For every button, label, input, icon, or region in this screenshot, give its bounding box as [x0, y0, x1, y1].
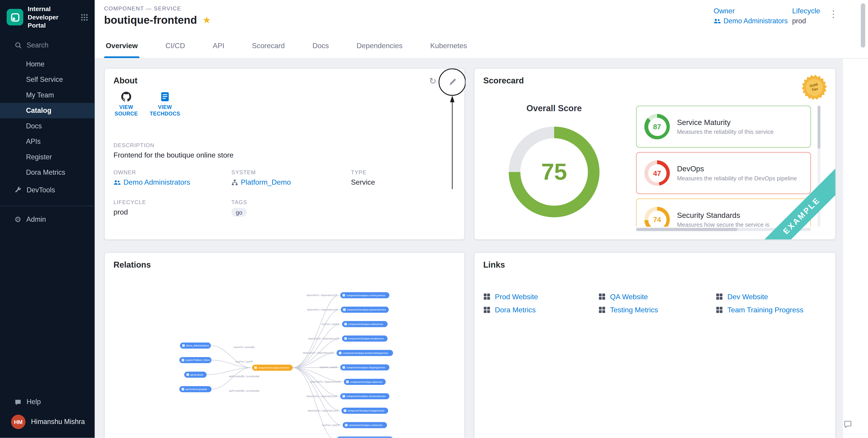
header-lifecycle-block: Lifecycle prod — [792, 6, 820, 25]
about-system-link[interactable]: Platform_Demo — [241, 178, 291, 187]
tab-overview[interactable]: Overview — [104, 33, 140, 58]
lifecycle-label: Lifecycle — [792, 6, 820, 15]
link-label[interactable]: Prod Website — [495, 293, 538, 301]
owner-label: Owner — [713, 6, 788, 15]
sidebar-item-apis[interactable]: APIs — [0, 134, 95, 149]
help-chat-icon — [14, 399, 22, 406]
relation-node-label: component:boutique-emailservice — [348, 337, 384, 340]
link-dev-website[interactable]: Dev Website — [716, 293, 803, 301]
score-ring: 87 — [645, 114, 670, 139]
sidebar: Internal Developer Portal Search Home Se… — [0, 0, 95, 438]
description-value: Frontend for the boutique online store — [114, 151, 234, 159]
relation-node-label: api:products — [190, 373, 203, 376]
relation-edge-label: dependsOn / dependencyOf — [308, 337, 339, 340]
gear-icon: ⚙ — [14, 215, 22, 223]
relation-edge-label: hasPart / partOf — [236, 360, 253, 363]
gold-tier-badge: Gold Tier — [799, 72, 830, 103]
description-label: DESCRIPTION — [114, 142, 155, 148]
link-label[interactable]: Team Training Progress — [727, 306, 804, 314]
sidebar-item-dora-metrics[interactable]: Dora Metrics — [0, 165, 95, 180]
field-type-label: TYPE — [351, 169, 451, 175]
score-name: Service Maturity — [677, 119, 774, 127]
score-description: Measures the reliability of this service — [677, 128, 774, 135]
field-system-label: SYSTEM — [231, 169, 351, 175]
relation-edge-label: hasPart / partOf — [320, 366, 337, 369]
link-qa-website[interactable]: QA Website — [598, 293, 716, 301]
overall-score-value: 75 — [521, 138, 588, 206]
relation-edge-label: dependsOn / dependencyOf — [306, 395, 337, 398]
field-type: TYPE Service — [351, 169, 451, 187]
app-logo[interactable] — [6, 9, 23, 26]
score-item-devops[interactable]: 47 DevOps Measures the reliability of th… — [636, 152, 811, 194]
page-scrollbar-thumb[interactable] — [861, 3, 865, 48]
relation-node-label: component:boutique-frontend — [258, 366, 289, 369]
field-owner: OWNER Demo Administrators — [114, 169, 231, 187]
tag-chip[interactable]: go — [231, 208, 247, 217]
relation-node-label: component:boutique-adservice — [350, 380, 383, 383]
link-testing-metrics[interactable]: Testing Metrics — [598, 306, 716, 314]
tab-scorecard[interactable]: Scorecard — [250, 33, 286, 58]
feedback-bubble-icon[interactable] — [843, 420, 852, 429]
tab-docs[interactable]: Docs — [311, 33, 331, 58]
sidebar-item-my-team[interactable]: My Team — [0, 87, 95, 103]
relation-edge-label: dependsOn / dependencyOf — [303, 351, 333, 354]
sidebar-item-devtools[interactable]: DevTools — [0, 182, 95, 198]
relation-edge-label: apiProvidedBy / providesApi — [229, 390, 259, 392]
sidebar-search[interactable]: Search — [0, 37, 95, 53]
link-dora-metrics[interactable]: Dora Metrics — [483, 306, 598, 314]
page-scrollbar[interactable] — [861, 0, 865, 438]
link-label[interactable]: QA Website — [610, 293, 648, 301]
score-item-service-maturity[interactable]: 87 Service Maturity Measures the reliabi… — [636, 106, 811, 147]
tab-cicd[interactable]: CI/CD — [164, 33, 187, 58]
content-area: About VIEW SOURCE — [95, 58, 843, 438]
main-area: COMPONENT — SERVICE boutique-frontend ★ … — [95, 0, 868, 438]
github-icon — [121, 92, 131, 102]
apps-grid-icon[interactable] — [80, 13, 89, 22]
relation-node-label: component:boutique-redisservice — [348, 323, 383, 326]
score-value: 87 — [653, 123, 661, 131]
sidebar-item-admin[interactable]: ⚙ Admin — [0, 212, 95, 227]
refresh-icon[interactable]: ↻ — [429, 77, 436, 86]
grid-link-icon — [483, 293, 491, 300]
annotation-arrowhead — [450, 96, 455, 102]
sidebar-item-self-service[interactable]: Self Service — [0, 72, 95, 87]
idp-logo-icon — [10, 13, 20, 22]
link-team-training-progress[interactable]: Team Training Progress — [716, 306, 803, 314]
view-source-button[interactable]: VIEW SOURCE — [109, 92, 144, 117]
sidebar-help[interactable]: Help — [0, 395, 95, 410]
overall-donut: 75 — [509, 127, 599, 217]
tab-dependencies[interactable]: Dependencies — [355, 33, 404, 58]
sidebar-item-home[interactable]: Home — [0, 56, 95, 72]
edit-pencil-icon[interactable] — [448, 78, 457, 86]
relation-edge-label: dependsOn / dependencyOf — [308, 409, 338, 412]
user-name: Himanshu Mishra — [31, 418, 85, 426]
field-lifecycle-label: LIFECYCLE — [114, 199, 231, 205]
score-ring: 74 — [645, 207, 670, 227]
link-label[interactable]: Testing Metrics — [610, 306, 658, 314]
score-list: 87 Service Maturity Measures the reliabi… — [636, 106, 811, 227]
kebab-menu-icon[interactable]: ⋮ — [829, 8, 838, 20]
lifecycle-value: prod — [792, 17, 806, 25]
favorite-star-icon[interactable]: ★ — [203, 14, 211, 26]
sidebar-item-register[interactable]: Register — [0, 149, 95, 165]
link-prod-website[interactable]: Prod Website — [483, 293, 598, 301]
owner-link[interactable]: Demo Administrators — [723, 17, 788, 25]
system-schema-icon — [231, 179, 238, 185]
page-header: COMPONENT — SERVICE boutique-frontend ★ … — [95, 0, 868, 59]
people-icon — [713, 18, 721, 24]
tab-kubernetes[interactable]: Kubernetes — [429, 33, 469, 58]
grid-link-icon — [716, 306, 723, 313]
relation-node-label: api:frontend-graphql — [186, 388, 207, 391]
tab-api[interactable]: API — [211, 33, 226, 58]
view-techdocs-button[interactable]: VIEW TECHDOCS — [148, 92, 182, 117]
link-label[interactable]: Dev Website — [727, 293, 768, 301]
sidebar-user[interactable]: HM Himanshu Mishra — [0, 410, 95, 434]
sidebar-item-docs[interactable]: Docs — [0, 118, 95, 134]
link-label[interactable]: Dora Metrics — [495, 306, 536, 314]
field-system: SYSTEM Platform_Demo — [231, 169, 351, 187]
score-name: Security Standards — [677, 211, 769, 220]
relation-edge-label: apiProvidedBy / providesApi — [229, 375, 259, 378]
sidebar-item-catalog[interactable]: Catalog — [0, 103, 95, 118]
about-owner-link[interactable]: Demo Administrators — [124, 178, 190, 187]
relation-node[interactable] — [337, 436, 393, 438]
